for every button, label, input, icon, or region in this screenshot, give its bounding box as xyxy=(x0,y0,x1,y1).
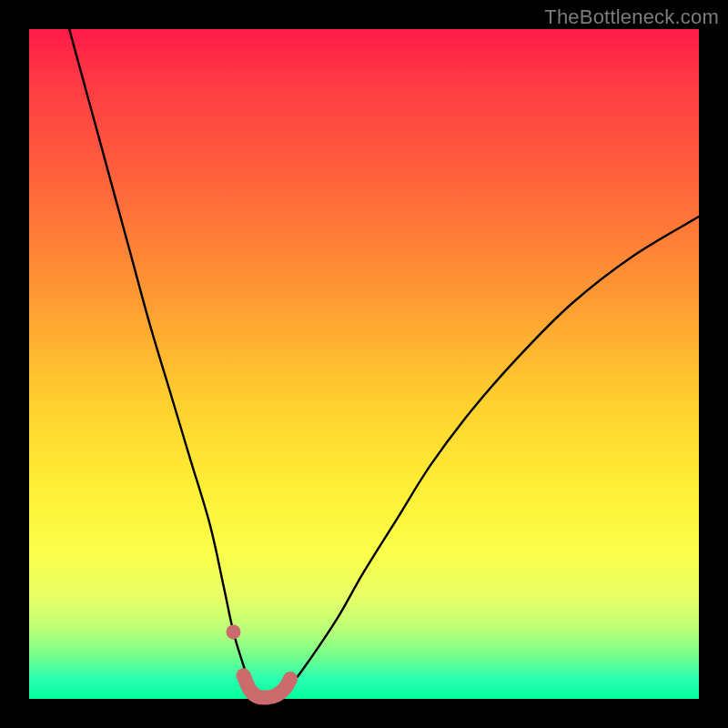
well-dot xyxy=(226,624,240,639)
bottleneck-curve xyxy=(69,29,699,699)
watermark-text: TheBottleneck.com xyxy=(544,5,719,29)
curve-layer xyxy=(29,29,699,699)
plot-area xyxy=(29,29,699,699)
outer-frame: TheBottleneck.com xyxy=(0,0,728,728)
well-highlight xyxy=(244,675,291,697)
